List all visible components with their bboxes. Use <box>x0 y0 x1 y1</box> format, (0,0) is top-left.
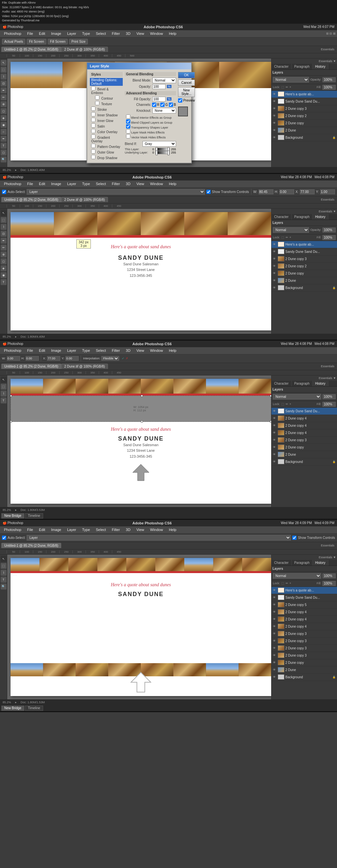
menu2-window[interactable]: Window <box>147 181 166 186</box>
eye2-4[interactable]: 👁 <box>273 265 277 268</box>
preview-checkbox[interactable] <box>178 98 182 102</box>
fill-4[interactable] <box>322 581 336 586</box>
fill-panel-input[interactable] <box>322 85 336 90</box>
layer-item-dune2[interactable]: 👁 2 Dune copy 2 <box>272 113 337 120</box>
x-3[interactable] <box>47 356 60 361</box>
layer2-bg[interactable]: 👁 Background 🔒 <box>272 284 337 291</box>
eye4-6[interactable]: 👁 <box>273 625 277 628</box>
layer3-d4a[interactable]: 👁 2 Dune copy 4 <box>272 415 337 422</box>
menu3-select[interactable]: Select <box>93 348 109 353</box>
doc-tab-4a[interactable]: Untitled-1 @ 85.2% (2 Dune, RGB/8) <box>1 543 61 548</box>
tool2-brush[interactable]: ✏ <box>1 245 7 251</box>
menu-filter[interactable]: Filter <box>109 31 122 36</box>
apple-menu[interactable]: 🍎 Photoshop <box>3 25 23 29</box>
style-satin[interactable]: Satin <box>90 123 123 129</box>
commit-icon[interactable]: ✓ <box>122 357 124 360</box>
lock2-transparent[interactable]: ⬚ <box>281 236 284 239</box>
auto-select-check[interactable] <box>2 190 6 194</box>
layer2-dune1[interactable]: 👁 2 Dune copy <box>272 270 337 277</box>
layer-item-quote[interactable]: 👁 Here's a quote ab... <box>272 91 337 98</box>
tool-crop[interactable]: ⊡ <box>1 81 7 87</box>
menu3-layer[interactable]: Layer <box>64 348 79 353</box>
menu2-layer[interactable]: Layer <box>64 181 79 186</box>
eye4-13[interactable]: 👁 <box>273 675 277 679</box>
ch-r-check[interactable]: R <box>152 102 159 107</box>
cancel-transform-icon[interactable]: ✗ <box>126 357 128 360</box>
style-bevel-check[interactable] <box>91 86 95 90</box>
blend-mode-dropdown[interactable]: Normal <box>273 77 309 83</box>
underlying-thumb-right[interactable] <box>168 151 169 155</box>
y-3[interactable] <box>65 356 79 361</box>
lock4-i[interactable]: ✏ <box>286 582 288 585</box>
w-input-2[interactable] <box>259 189 274 194</box>
tool-lasso[interactable]: ⌇ <box>1 74 7 80</box>
tool-eyedrop[interactable]: ✒ <box>1 88 7 93</box>
apple-menu-2[interactable]: 🍎 Photoshop <box>3 175 23 179</box>
history-tab[interactable]: History <box>313 64 329 69</box>
tool4-lasso[interactable]: ⌇ <box>1 570 7 576</box>
tool-brush[interactable]: ✏ <box>1 94 7 100</box>
menu2-select[interactable]: Select <box>93 181 109 186</box>
lock4-t[interactable]: ⬚ <box>281 582 284 585</box>
eye2-1[interactable]: 👁 <box>273 243 277 246</box>
tool2-select[interactable]: ⬚ <box>1 217 7 223</box>
layer4-d4c[interactable]: 👁 2 Dune copy 4 <box>272 623 337 630</box>
opacity-3[interactable] <box>322 394 336 399</box>
eye3-1[interactable]: 👁 <box>273 409 277 413</box>
tool-stamp[interactable]: ⊕ <box>1 101 7 107</box>
layer-item-dune[interactable]: 👁 2 Dune <box>272 127 337 134</box>
tool2-text[interactable]: T <box>1 279 7 285</box>
eye2-5[interactable]: 👁 <box>273 272 277 275</box>
eye4-1[interactable]: 👁 <box>273 589 277 592</box>
eye-icon-4[interactable]: 👁 <box>273 114 277 117</box>
print-size-btn[interactable]: Print Size <box>69 39 88 44</box>
eye4-11[interactable]: 👁 <box>273 661 277 664</box>
handle-bm[interactable] <box>141 421 143 423</box>
layer-item-dune1[interactable]: 👁 2 Dune copy <box>272 120 337 127</box>
layer4-quote[interactable]: 👁 Here's a quote ab... <box>272 587 337 594</box>
show-transform-check[interactable] <box>206 190 210 194</box>
menu-edit[interactable]: Edit <box>36 31 48 36</box>
new-style-button[interactable]: New Style... <box>178 87 195 97</box>
menu4-select[interactable]: Select <box>93 527 109 532</box>
tool-gradient[interactable]: ◈ <box>1 115 7 121</box>
style-inner-glow[interactable]: Inner Glow <box>90 117 123 123</box>
eye4-3[interactable]: 👁 <box>273 603 277 606</box>
fill-3[interactable] <box>322 402 336 407</box>
layer4-d4b[interactable]: 👁 2 Dune copy 4 <box>272 616 337 623</box>
eye-icon-7[interactable]: 👁 <box>273 136 277 139</box>
menu2-help[interactable]: Help <box>166 181 179 186</box>
style-outer-glow[interactable]: Outer Glow <box>90 149 123 155</box>
tool-pen[interactable]: ✒ <box>1 136 7 142</box>
menu2-edit[interactable]: Edit <box>36 181 48 186</box>
tool4-text[interactable]: T <box>1 577 7 583</box>
menu4-view[interactable]: View <box>134 527 147 532</box>
menu-type[interactable]: Type <box>79 31 92 36</box>
blend-mode-2[interactable]: Normal <box>273 227 309 233</box>
lock2-position[interactable]: + <box>290 236 291 239</box>
eye3-5[interactable]: 👁 <box>273 438 277 441</box>
handle-tl[interactable] <box>10 395 12 397</box>
menu4-help[interactable]: Help <box>166 527 179 532</box>
style-gradient-overlay[interactable]: Gradient Overlay <box>90 134 123 143</box>
layer4-d5[interactable]: 👁 2 Dune copy 5 <box>272 601 337 609</box>
style-drop-shadow[interactable]: Drop Shadow <box>90 155 123 160</box>
doc-tab-1a[interactable]: Untitled-1 @ 85.2% (2 Dune, RGB/8) <box>1 47 61 52</box>
menu-help[interactable]: Help <box>166 31 179 36</box>
tool-text[interactable]: T <box>1 143 7 149</box>
bottom-tab-timeline-3[interactable]: Timeline <box>25 513 43 519</box>
tool3-lasso[interactable]: ⌇ <box>1 391 7 397</box>
tool3-select[interactable]: ⬚ <box>1 384 7 390</box>
style-inner-shadow[interactable]: Inner Shadow <box>90 112 123 117</box>
auto-select-check-4[interactable] <box>2 536 6 540</box>
layer4-d[interactable]: 👁 2 Dune <box>272 666 337 674</box>
doc-tab-3a[interactable]: Untitled-1 @ 85.2% (2 Dune, RGB/8) <box>1 364 61 369</box>
tool4-move[interactable]: ↖ <box>1 556 7 562</box>
paragraph-tab[interactable]: Paragraph <box>291 64 313 69</box>
menu4-file[interactable]: File <box>25 527 36 532</box>
y-input-2[interactable] <box>320 189 335 194</box>
menu2-filter[interactable]: Filter <box>109 181 122 186</box>
tool2-stamp[interactable]: ⊕ <box>1 251 7 257</box>
layer-item-bg[interactable]: 👁 Background 🔒 <box>272 134 337 142</box>
tool2-blur[interactable]: ◉ <box>1 272 7 278</box>
